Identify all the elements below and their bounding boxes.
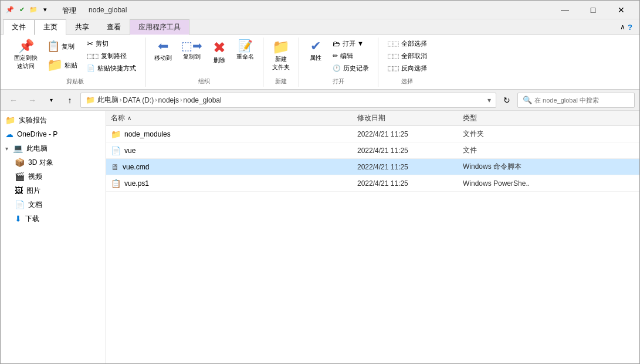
select-items: ⬚⬚ 全部选择 ⬚⬚ 全部取消 ⬚⬚ 反向选择 (383, 38, 431, 75)
help-icon[interactable]: ? (628, 23, 632, 32)
copy-label: 复制 (62, 42, 75, 51)
sidebar-item-image[interactable]: 🖼 图片 (10, 183, 106, 198)
pasteshortcut-label: 粘贴快捷方式 (97, 64, 136, 73)
rename-button[interactable]: 📝 重命名 (232, 38, 258, 63)
qat-icon-folder[interactable]: 📁 (29, 5, 38, 15)
file-name-nodemodules: 📁 node_modules (106, 130, 353, 139)
up-button[interactable]: ↑ (62, 93, 78, 108)
sidebar-label-doc: 文档 (28, 200, 42, 210)
address-folder-icon: 📁 (86, 96, 95, 104)
cloud-icon: ☁ (5, 130, 13, 139)
qat-icon-pin[interactable]: 📌 (5, 5, 15, 15)
group-open: ✔ 属性 🗁 打开 ▼ ✏ 编辑 🕐 历史记录 (299, 38, 378, 87)
pasteshortcut-button[interactable]: 📄 粘贴快捷方式 (83, 62, 140, 74)
delete-button[interactable]: ✖ 删除 (208, 38, 231, 67)
group-clipboard: 📌 固定到快速访问 📋 复制 📁 粘贴 (5, 38, 145, 87)
history-icon: 🕐 (333, 64, 341, 72)
close-button[interactable]: ✕ (608, 1, 635, 19)
props-button[interactable]: ✔ 属性 (304, 38, 327, 64)
selectall-button[interactable]: ⬚⬚ 全部选择 (383, 38, 431, 50)
qat-dropdown[interactable]: ▾ (40, 5, 50, 15)
file-name-vue: 📄 vue (106, 146, 353, 155)
copypath-icon: ⬚⬚ (87, 52, 99, 60)
sidebar-item-download[interactable]: ⬇ 下载 (10, 212, 106, 226)
move-button[interactable]: ⬅ 移动到 (150, 38, 176, 64)
open-button[interactable]: 🗁 打开 ▼ (329, 38, 373, 50)
move-icon: ⬅ (158, 40, 168, 53)
file-date-vueps1: 2022/4/21 11:25 (353, 179, 458, 188)
table-row[interactable]: 📁 node_modules 2022/4/21 11:25 文件夹 (106, 126, 639, 142)
edit-button[interactable]: ✏ 编辑 (329, 50, 373, 62)
file-type-nodemodules: 文件夹 (458, 129, 639, 139)
tab-zhuy[interactable]: 主页 (35, 19, 66, 35)
minimize-button[interactable]: — (551, 1, 578, 19)
path-data[interactable]: DATA (D:) (123, 96, 154, 104)
copy-button[interactable]: 📋 复制 (43, 38, 82, 55)
sidebar-item-3d[interactable]: 📦 3D 对象 (10, 155, 106, 169)
open-label: 打开 (333, 77, 344, 87)
forward-button[interactable]: → (24, 93, 40, 108)
sidebar-item-shiyan[interactable]: 📁 实验报告 (1, 113, 106, 127)
delete-label: 删除 (214, 56, 225, 64)
cut-button[interactable]: ✂ 剪切 (83, 38, 140, 50)
copy-icon: 📋 (47, 40, 60, 53)
search-box[interactable]: 🔍 (517, 93, 635, 108)
search-input[interactable] (534, 97, 629, 104)
history-button[interactable]: 🕐 历史记录 (329, 62, 373, 74)
props-icon: ✔ (310, 40, 321, 53)
newfolder-button[interactable]: 📁 新建文件夹 (268, 38, 294, 74)
address-dropdown-icon[interactable]: ▾ (487, 96, 491, 104)
qat-icon-check[interactable]: ✔ (17, 5, 26, 15)
organize-label: 组织 (198, 77, 210, 87)
pin-button[interactable]: 📌 固定到快速访问 (10, 38, 42, 73)
sort-arrow: ∧ (127, 115, 131, 121)
back-button[interactable]: ← (5, 93, 22, 108)
dropdown-button[interactable]: ▾ (43, 93, 59, 108)
search-icon: 🔍 (523, 96, 532, 104)
tab-manage[interactable]: 管理 (55, 4, 84, 17)
table-row[interactable]: 🖥 vue.cmd 2022/4/21 11:25 Windows 命令脚本 (106, 159, 639, 175)
file-label-vuecmd: vue.cmd (123, 163, 149, 171)
open-items: ✔ 属性 🗁 打开 ▼ ✏ 编辑 🕐 历史记录 (304, 38, 373, 75)
deselectall-button[interactable]: ⬚⬚ 全部取消 (383, 50, 431, 62)
pin-label: 固定到快速访问 (14, 54, 38, 70)
sidebar-label-image: 图片 (26, 186, 40, 196)
file-date-vuecmd: 2022/4/21 11:25 (353, 163, 458, 171)
history-label: 历史记录 (343, 64, 369, 73)
sidebar-label-3d: 3D 对象 (28, 158, 53, 168)
download-icon: ⬇ (15, 214, 22, 223)
sidebar-item-doc[interactable]: 📄 文档 (10, 198, 106, 212)
path-nodeglobal[interactable]: node_global (183, 96, 221, 104)
clipboard-small-col: ✂ 剪切 ⬚⬚ 复制路径 📄 粘贴快捷方式 (83, 38, 140, 74)
group-new: 📁 新建文件夹 新建 (263, 38, 299, 87)
path-pc[interactable]: 此电脑 (97, 95, 118, 105)
sidebar-item-onedrive[interactable]: ☁ OneDrive - P (1, 127, 106, 141)
maximize-button[interactable]: □ (580, 1, 607, 19)
clipboard-label: 剪贴板 (66, 77, 84, 87)
refresh-button[interactable]: ↻ (499, 93, 515, 108)
paste-button[interactable]: 📁 粘贴 (43, 55, 82, 75)
file-list-header: 名称 ∧ 修改日期 类型 (106, 111, 639, 126)
copypath-button[interactable]: ⬚⬚ 复制路径 (83, 50, 140, 62)
ribbon-collapse-icon[interactable]: ∧ (620, 23, 625, 31)
invert-icon: ⬚⬚ (387, 64, 399, 72)
tab-gongx[interactable]: 共享 (66, 19, 98, 35)
pasteshortcut-icon: 📄 (87, 64, 95, 72)
path-nodejs[interactable]: nodejs (158, 96, 179, 104)
invert-label: 反向选择 (401, 64, 427, 73)
folder-icon-shiyan: 📁 (5, 115, 15, 125)
invert-button[interactable]: ⬚⬚ 反向选择 (383, 62, 431, 74)
table-row[interactable]: 📋 vue.ps1 2022/4/21 11:25 Windows PowerS… (106, 175, 639, 192)
sidebar-item-pc[interactable]: ▾ 💻 此电脑 (1, 141, 106, 155)
copyto-button[interactable]: ⬚➡ 复制到 (177, 38, 206, 63)
table-row[interactable]: 📄 vue 2022/4/21 11:25 文件 (106, 142, 639, 159)
newfolder-label: 新建文件夹 (272, 55, 290, 72)
tab-apptools[interactable]: 应用程序工具 (130, 19, 189, 35)
tab-wenj[interactable]: 文件 (3, 19, 35, 35)
address-box[interactable]: 📁 此电脑 › DATA (D:) › nodejs › node_global… (80, 93, 496, 108)
tab-chak[interactable]: 查看 (98, 19, 130, 35)
ribbon-content: 📌 固定到快速访问 📋 复制 📁 粘贴 (1, 35, 639, 89)
address-bar: ← → ▾ ↑ 📁 此电脑 › DATA (D:) › nodejs › nod… (1, 90, 639, 111)
sidebar-item-video[interactable]: 🎬 视频 (10, 169, 106, 183)
move-label: 移动到 (154, 54, 172, 62)
